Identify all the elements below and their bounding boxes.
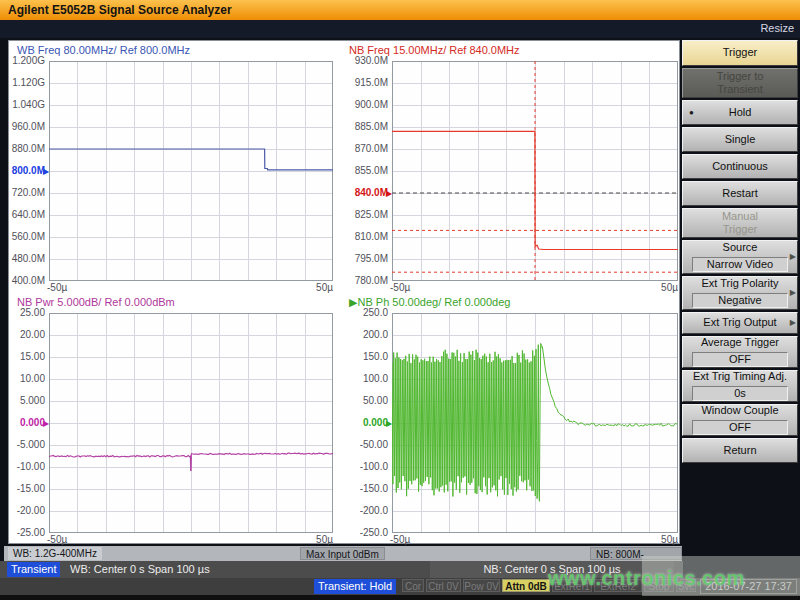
chart-a-ytick: 480.0M (7, 253, 45, 264)
mode-badge: Transient (7, 562, 60, 577)
wb-range-label: WB: 1.2G-400MHz (8, 547, 102, 560)
chart-b-ytick: 870.0M (350, 143, 388, 154)
sidebar-item-restart[interactable]: Restart (682, 181, 798, 206)
chart-b-ytick: 840.0M (350, 187, 388, 198)
chart-d-ytick: -50.00 (350, 439, 388, 450)
chart-d-ytick: 200.0 (350, 329, 388, 340)
chart-d-ytick: -250.0 (350, 527, 388, 538)
chart-a-plot (49, 61, 333, 281)
menu-strip: Resize (0, 20, 800, 38)
resize-button[interactable]: Resize (760, 22, 794, 34)
chart-c-xtick-left: -50µ (47, 534, 67, 545)
sidebar-item-trigger[interactable]: Trigger (682, 40, 798, 66)
sidebar-item-single[interactable]: Single (682, 127, 798, 152)
sidebar-item-return[interactable]: Return (682, 438, 798, 463)
sidebar-item-ext-trig-timing-adj[interactable]: Ext Trig Timing Adj.0s (682, 370, 798, 402)
chart-b-plot (392, 61, 678, 281)
chart-a-xtick-left: -50µ (47, 282, 67, 293)
sidebar-item-average-trigger[interactable]: Average TriggerOFF (682, 336, 798, 368)
chart-d-ytick: 100.0 (350, 373, 388, 384)
chart-a-ytick: 720.0M (7, 187, 45, 198)
chart-c-plot (49, 313, 333, 533)
window-title: Agilent E5052B Signal Source Analyzer (8, 3, 232, 17)
chart-area: WB Freq 80.00MHz/ Ref 800.0MHz1.200G1.12… (8, 40, 680, 544)
chart-d-ytick: 0.000 (350, 417, 388, 428)
chart-c-ytick: -25.00 (7, 527, 45, 538)
chart-a-ytick: 960.0M (7, 121, 45, 132)
chart-d-ytick: 250.0 (350, 307, 388, 318)
status-indicator-cor: Cor (402, 579, 424, 592)
chart-c-ytick: 15.00 (7, 351, 45, 362)
chart-c-ytick: 0.000 (7, 417, 45, 428)
chart-d-plot (392, 313, 678, 533)
chart-b-xtick-right: 50µ (648, 282, 678, 293)
chart-a-ytick: 1.040G (7, 99, 45, 110)
chart-c-ytick: -15.00 (7, 483, 45, 494)
status-indicator-ctrl-0v: Ctrl 0V (426, 579, 461, 592)
chart-d-ytick: -150.0 (350, 483, 388, 494)
wb-sweep-label: WB: Center 0 s Span 100 µs (70, 561, 210, 578)
chart-b-ytick: 795.0M (350, 253, 388, 264)
chart-c-ytick: -20.00 (7, 505, 45, 516)
title-bar: Agilent E5052B Signal Source Analyzer (0, 0, 800, 20)
chart-a-xtick-right: 50µ (303, 282, 333, 293)
submenu-arrow-icon: ▶ (790, 318, 796, 328)
chart-b-ytick: 780.0M (350, 275, 388, 286)
chart-d-xtick-left: -50µ (390, 534, 410, 545)
sidebar-item-ext-trig-timing-adj-value: 0s (692, 386, 788, 401)
chart-d-ytick: -200.0 (350, 505, 388, 516)
sidebar-item-continuous[interactable]: Continuous (682, 154, 798, 179)
chart-a-ytick: 1.200G (7, 55, 45, 66)
chart-b-xtick-left: -50µ (390, 282, 410, 293)
chart-a-ytick: 560.0M (7, 231, 45, 242)
chart-b-ytick: 915.0M (350, 77, 388, 88)
sidebar-item-ext-trig-polarity[interactable]: Ext Trig PolarityNegative▶ (682, 276, 798, 310)
chart-d-ytick: -100.0 (350, 461, 388, 472)
max-input-label: Max Input 0dBm (300, 547, 385, 560)
chart-d-ytick: 150.0 (350, 351, 388, 362)
sidebar-item-hold[interactable]: Hold● (682, 100, 798, 125)
selected-bullet-icon: ● (689, 108, 694, 118)
watermark: www.cntronics.com (548, 567, 800, 590)
trigger-state-badge: Transient: Hold (314, 579, 396, 594)
sidebar-item-manual-trigger: ManualTrigger (682, 208, 798, 238)
status-indicator-pow-0v: Pow 0V (463, 579, 500, 592)
chart-b-ytick: 825.0M (350, 209, 388, 220)
chart-b-ytick: 900.0M (350, 99, 388, 110)
submenu-arrow-icon: ▶ (790, 288, 796, 298)
chart-c-ytick: -10.00 (7, 461, 45, 472)
chart-c-ytick: -5.000 (7, 439, 45, 450)
chart-c-xtick-right: 50µ (303, 534, 333, 545)
sidebar-item-source[interactable]: SourceNarrow Video▶ (682, 240, 798, 274)
chart-a-ytick: 640.0M (7, 209, 45, 220)
sidebar-item-window-couple-value: OFF (692, 420, 788, 435)
submenu-arrow-icon: ▶ (790, 252, 796, 262)
sidebar-item-source-value: Narrow Video (692, 257, 788, 272)
chart-c-ytick: 5.000 (7, 395, 45, 406)
chart-b-ytick: 885.0M (350, 121, 388, 132)
chart-d-xtick-right: 50µ (648, 534, 678, 545)
chart-a-ytick: 880.0M (7, 143, 45, 154)
chart-c-ytick: 10.00 (7, 373, 45, 384)
chart-a-ytick: 400.0M (7, 275, 45, 286)
sidebar-item-trigger-to-transient: Trigger toTransient (682, 68, 798, 98)
chart-b-ytick: 855.0M (350, 165, 388, 176)
chart-b-ytick: 930.0M (350, 55, 388, 66)
status-indicator-attn-0db: Attn 0dB (502, 579, 550, 592)
chart-c-ytick: 25.00 (7, 307, 45, 318)
sidebar-item-ext-trig-output[interactable]: Ext Trig Output▶ (682, 312, 798, 334)
app-window: Agilent E5052B Signal Source Analyzer Re… (0, 0, 800, 600)
sidebar-menu: TriggerTrigger toTransientHold●SingleCon… (682, 40, 798, 465)
status-bar-ranges: WB: 1.2G-400MHz Max Input 0dBm NB: 800M-… (4, 546, 682, 561)
chart-a-ytick: 800.0M (7, 165, 45, 176)
sidebar-item-ext-trig-polarity-value: Negative (692, 293, 788, 308)
sidebar-item-window-couple[interactable]: Window CoupleOFF (682, 404, 798, 436)
sidebar-item-average-trigger-value: OFF (692, 352, 788, 367)
chart-d-ytick: 50.00 (350, 395, 388, 406)
chart-a-ytick: 1.120G (7, 77, 45, 88)
chart-b-ytick: 810.0M (350, 231, 388, 242)
chart-c-ytick: 20.00 (7, 329, 45, 340)
